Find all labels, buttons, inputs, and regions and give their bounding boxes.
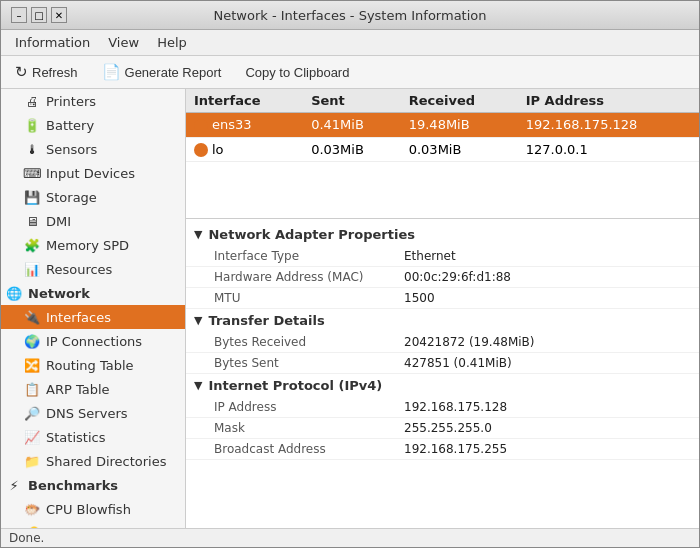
prop-value: 192.168.175.128 [404, 400, 507, 414]
col-interface: Interface [186, 89, 303, 113]
cell-interface: ens33 [186, 113, 303, 138]
sidebar-item-routing-table[interactable]: 🔀Routing Table [1, 353, 185, 377]
sidebar-label-arp-table: ARP Table [46, 382, 110, 397]
col-ip: IP Address [518, 89, 699, 113]
memory-spd-icon: 🧩 [23, 236, 41, 254]
sidebar-item-memory-spd[interactable]: 🧩Memory SPD [1, 233, 185, 257]
close-button[interactable]: ✕ [51, 7, 67, 23]
menu-information[interactable]: Information [7, 33, 98, 52]
section-arrow-0: ▼ [194, 228, 202, 241]
prop-value: 20421872 (19.48MiB) [404, 335, 535, 349]
refresh-icon: ↻ [15, 63, 28, 81]
storage-icon: 💾 [23, 188, 41, 206]
generate-report-button[interactable]: 📄 Generate Report [94, 60, 230, 84]
sidebar-item-cpu-cryptohash[interactable]: 🔑CPU CryptoHash [1, 521, 185, 528]
sidebar-item-dns-servers[interactable]: 🔎DNS Servers [1, 401, 185, 425]
prop-value: 00:0c:29:6f:d1:88 [404, 270, 511, 284]
ip-connections-icon: 🌍 [23, 332, 41, 350]
prop-section-header-0[interactable]: ▼Network Adapter Properties [186, 223, 699, 246]
prop-row: IP Address192.168.175.128 [186, 397, 699, 418]
prop-row: Bytes Received20421872 (19.48MiB) [186, 332, 699, 353]
sidebar-item-dmi[interactable]: 🖥DMI [1, 209, 185, 233]
sidebar-item-resources[interactable]: 📊Resources [1, 257, 185, 281]
sidebar-item-network[interactable]: 🌐Network [1, 281, 185, 305]
prop-value: Ethernet [404, 249, 456, 263]
prop-value: 427851 (0.41MiB) [404, 356, 512, 370]
status-text: Done. [9, 531, 44, 545]
cell-ip: 127.0.0.1 [518, 137, 699, 162]
interfaces-icon: 🔌 [23, 308, 41, 326]
sidebar-label-shared-dirs: Shared Directories [46, 454, 167, 469]
sidebar-label-storage: Storage [46, 190, 97, 205]
sidebar-label-input-devices: Input Devices [46, 166, 135, 181]
copy-clipboard-button[interactable]: Copy to Clipboard [237, 62, 357, 83]
minimize-button[interactable]: – [11, 7, 27, 23]
statusbar: Done. [1, 528, 699, 547]
sidebar-label-statistics: Statistics [46, 430, 105, 445]
sidebar-item-arp-table[interactable]: 📋ARP Table [1, 377, 185, 401]
section-arrow-1: ▼ [194, 314, 202, 327]
refresh-button[interactable]: ↻ Refresh [7, 60, 86, 84]
sidebar-label-dns-servers: DNS Servers [46, 406, 128, 421]
window-title: Network - Interfaces - System Informatio… [71, 8, 629, 23]
prop-value: 1500 [404, 291, 435, 305]
sidebar-label-memory-spd: Memory SPD [46, 238, 129, 253]
sidebar-item-statistics[interactable]: 📈Statistics [1, 425, 185, 449]
sidebar-item-benchmarks[interactable]: ⚡Benchmarks [1, 473, 185, 497]
main-content: 🖨Printers🔋Battery🌡Sensors⌨Input Devices💾… [1, 89, 699, 528]
sidebar-label-benchmarks: Benchmarks [28, 478, 118, 493]
prop-label: MTU [214, 291, 404, 305]
prop-label: Interface Type [214, 249, 404, 263]
prop-label: IP Address [214, 400, 404, 414]
sidebar-label-ip-connections: IP Connections [46, 334, 142, 349]
main-window: – □ ✕ Network - Interfaces - System Info… [0, 0, 700, 548]
cell-interface: lo [186, 137, 303, 162]
prop-section-header-1[interactable]: ▼Transfer Details [186, 309, 699, 332]
sidebar-item-sensors[interactable]: 🌡Sensors [1, 137, 185, 161]
sidebar-label-dmi: DMI [46, 214, 71, 229]
table-row[interactable]: lo0.03MiB0.03MiB127.0.0.1 [186, 137, 699, 162]
table-row[interactable]: ens330.41MiB19.48MiB192.168.175.128 [186, 113, 699, 138]
prop-row: Broadcast Address192.168.175.255 [186, 439, 699, 460]
section-title-2: Internet Protocol (IPv4) [208, 378, 382, 393]
prop-row: Hardware Address (MAC)00:0c:29:6f:d1:88 [186, 267, 699, 288]
prop-section-header-2[interactable]: ▼Internet Protocol (IPv4) [186, 374, 699, 397]
prop-value: 255.255.255.0 [404, 421, 492, 435]
input-devices-icon: ⌨ [23, 164, 41, 182]
sidebar-item-battery[interactable]: 🔋Battery [1, 113, 185, 137]
section-title-0: Network Adapter Properties [208, 227, 414, 242]
section-title-1: Transfer Details [208, 313, 324, 328]
dns-servers-icon: 🔎 [23, 404, 41, 422]
sidebar-item-interfaces[interactable]: 🔌Interfaces [1, 305, 185, 329]
shared-dirs-icon: 📁 [23, 452, 41, 470]
sidebar-item-shared-dirs[interactable]: 📁Shared Directories [1, 449, 185, 473]
dmi-icon: 🖥 [23, 212, 41, 230]
sidebar-label-network: Network [28, 286, 90, 301]
sidebar-item-storage[interactable]: 💾Storage [1, 185, 185, 209]
maximize-button[interactable]: □ [31, 7, 47, 23]
interface-icon [194, 119, 208, 133]
sidebar-item-input-devices[interactable]: ⌨Input Devices [1, 161, 185, 185]
routing-table-icon: 🔀 [23, 356, 41, 374]
sidebar-item-ip-connections[interactable]: 🌍IP Connections [1, 329, 185, 353]
prop-row: MTU1500 [186, 288, 699, 309]
sidebar-item-cpu-blowfish[interactable]: 🐡CPU Blowfish [1, 497, 185, 521]
sidebar: 🖨Printers🔋Battery🌡Sensors⌨Input Devices💾… [1, 89, 186, 528]
cell-ip: 192.168.175.128 [518, 113, 699, 138]
sensors-icon: 🌡 [23, 140, 41, 158]
prop-label: Bytes Sent [214, 356, 404, 370]
sidebar-label-resources: Resources [46, 262, 112, 277]
right-panel: Interface Sent Received IP Address ens33… [186, 89, 699, 528]
prop-value: 192.168.175.255 [404, 442, 507, 456]
benchmarks-icon: ⚡ [5, 476, 23, 494]
menu-view[interactable]: View [100, 33, 147, 52]
menubar: Information View Help [1, 30, 699, 56]
cell-sent: 0.03MiB [303, 137, 401, 162]
prop-label: Bytes Received [214, 335, 404, 349]
sidebar-item-printers[interactable]: 🖨Printers [1, 89, 185, 113]
sidebar-label-cpu-blowfish: CPU Blowfish [46, 502, 131, 517]
interface-table-area: Interface Sent Received IP Address ens33… [186, 89, 699, 219]
interface-table: Interface Sent Received IP Address ens33… [186, 89, 699, 162]
menu-help[interactable]: Help [149, 33, 195, 52]
section-arrow-2: ▼ [194, 379, 202, 392]
